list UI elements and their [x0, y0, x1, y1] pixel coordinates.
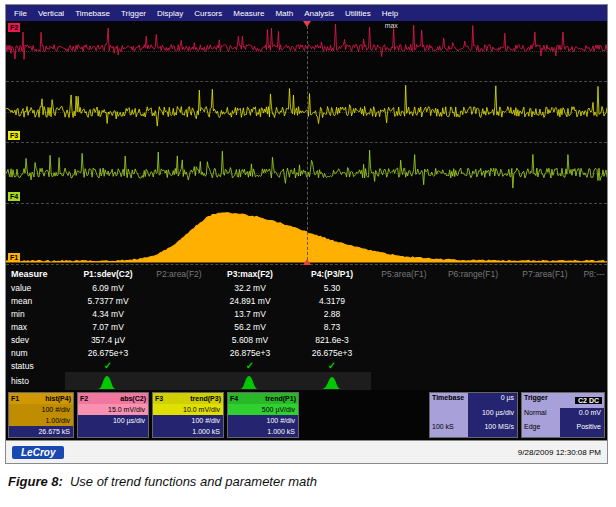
descriptor-f4-line3: 1.000 kS — [228, 426, 298, 437]
descriptor-spacer — [302, 392, 426, 438]
row-label: max — [11, 322, 65, 332]
menu-analysis[interactable]: Analysis — [304, 9, 334, 18]
trigger-time-marker-icon[interactable] — [303, 21, 311, 27]
descriptor-f1[interactable]: F1 hist(P4) 100 #/div 1.00/div 26.675 kS — [8, 392, 74, 438]
p1-sdev: 357.4 µV — [65, 335, 151, 345]
p3-min: 13.7 mV — [207, 309, 293, 319]
menu-cursors[interactable]: Cursors — [194, 9, 222, 18]
descriptor-f3-line2: 100 #/div — [153, 415, 223, 426]
measure-row-sdev: sdev 357.4 µV 5.608 mV 821.6e-3 — [11, 333, 607, 346]
descriptor-f3[interactable]: F3 trend(P3) 10.0 mV/div 100 #/div 1.000… — [152, 392, 224, 438]
p3-sdev: 5.608 mV — [207, 335, 293, 345]
measure-row-max: max 7.07 mV 56.2 mV 8.73 — [11, 320, 607, 333]
descriptor-f2[interactable]: F2 abs(C2) 15.0 mV/div 100 µs/div — [77, 392, 149, 438]
descriptor-f2-id: F2 — [80, 394, 88, 403]
histogram-bump-icon — [310, 375, 354, 390]
trace-label-f2[interactable]: F2 — [8, 23, 20, 32]
p4-histicon — [293, 372, 371, 390]
oscilloscope-window: File Vertical Timebase Trigger Display C… — [5, 4, 608, 464]
timebase-per-div: 100 µs/div — [468, 408, 517, 423]
p1-histicon — [65, 372, 151, 390]
descriptor-f4[interactable]: F4 trend(P1) 500 µV/div 100 #/div 1.000 … — [227, 392, 299, 438]
timebase-samples: 100 kS — [430, 422, 468, 437]
measure-row-min: min 4.34 mV 13.7 mV 2.88 — [11, 307, 607, 320]
trigger-box[interactable]: Trigger C2 DC Normal 0.0 mV Edge Positiv… — [521, 392, 605, 438]
menu-timebase[interactable]: Timebase — [75, 9, 110, 18]
timebase-label: Timebase — [430, 393, 468, 408]
trigger-type: Edge — [522, 422, 560, 437]
descriptor-f2-line2: 100 µs/div — [78, 415, 148, 426]
menu-trigger[interactable]: Trigger — [121, 9, 146, 18]
menu-display[interactable]: Display — [157, 9, 183, 18]
descriptor-f1-line1: 100 #/div — [9, 404, 73, 415]
timebase-box[interactable]: Timebase 0 µs 100 µs/div 100 kS 100 MS/s — [429, 392, 518, 438]
param-header-p7[interactable]: P7:area(F1) — [509, 269, 581, 279]
menu-utilities[interactable]: Utilities — [345, 9, 371, 18]
measure-table: Measure P1:sdev(C2) P2:area(F2) P3:max(F… — [6, 265, 607, 390]
measure-row-histo: histo — [11, 372, 607, 390]
param-header-p4[interactable]: P4:(P3/P1) — [293, 269, 371, 279]
menu-math[interactable]: Math — [275, 9, 293, 18]
menu-file[interactable]: File — [14, 9, 27, 18]
status-bar: LeCroy 9/28/2009 12:30:08 PM — [6, 440, 607, 463]
param-header-p5[interactable]: P5:area(F1) — [371, 269, 437, 279]
lecroy-logo: LeCroy — [12, 446, 64, 459]
trigger-time-marker-bottom-icon[interactable] — [303, 259, 311, 265]
param-header-p3[interactable]: P3:max(F2) — [207, 269, 293, 279]
timebase-blank — [430, 408, 468, 423]
measure-row-num: num 26.675e+3 26.875e+3 26.675e+3 — [11, 346, 607, 359]
trace-label-f4[interactable]: F4 — [8, 192, 20, 201]
timestamp: 9/28/2009 12:30:08 PM — [518, 448, 601, 457]
descriptor-f3-title: trend(P3) — [190, 394, 221, 403]
descriptor-f3-line1: 10.0 mV/div — [153, 404, 223, 415]
trigger-level: 0.0 mV — [560, 408, 604, 423]
descriptor-f4-line1: 500 µV/div — [228, 404, 298, 415]
row-label: histo — [11, 376, 65, 386]
descriptor-f4-line2: 100 #/div — [228, 415, 298, 426]
trace-label-f1[interactable]: F1 — [8, 253, 20, 262]
p3-value: 32.2 mV — [207, 283, 293, 293]
p4-sdev: 821.6e-3 — [293, 335, 371, 345]
p4-num: 26.675e+3 — [293, 348, 371, 358]
row-label: status — [11, 361, 65, 371]
waveform-area: F2 max F3 F4 F1 — [6, 21, 607, 265]
descriptor-f1-title: hist(P4) — [45, 394, 71, 403]
trace-label-f3[interactable]: F3 — [8, 131, 20, 140]
figure-caption: Figure 8:Use of trend functions and para… — [8, 474, 317, 489]
measure-row-value: value 6.09 mV 32.2 mV 5.30 — [11, 281, 607, 294]
descriptor-f2-line1: 15.0 mV/div — [78, 404, 148, 415]
measure-header-row: Measure P1:sdev(C2) P2:area(F2) P3:max(F… — [11, 267, 607, 281]
descriptor-f1-line3: 26.675 kS — [9, 426, 73, 437]
param-header-p2[interactable]: P2:area(F2) — [151, 269, 207, 279]
trigger-mode: Normal — [522, 408, 560, 423]
param-header-p8[interactable]: P8:--- — [581, 269, 607, 279]
p3-max: 56.2 mV — [207, 322, 293, 332]
menu-measure[interactable]: Measure — [233, 9, 264, 18]
menu-vertical[interactable]: Vertical — [38, 9, 64, 18]
p1-value: 6.09 mV — [65, 283, 151, 293]
descriptor-f3-id: F3 — [155, 394, 163, 403]
timebase-delay: 0 µs — [468, 393, 517, 408]
p1-max: 7.07 mV — [65, 322, 151, 332]
row-label: value — [11, 283, 65, 293]
descriptor-f2-title: abs(C2) — [120, 394, 146, 403]
menu-help[interactable]: Help — [382, 9, 398, 18]
p3-mean: 24.891 mV — [207, 296, 293, 306]
descriptor-f4-id: F4 — [230, 394, 238, 403]
menu-bar: File Vertical Timebase Trigger Display C… — [6, 5, 607, 21]
descriptor-row: F1 hist(P4) 100 #/div 1.00/div 26.675 kS… — [6, 390, 607, 440]
row-label: min — [11, 309, 65, 319]
param-header-p1[interactable]: P1:sdev(C2) — [65, 269, 151, 279]
p1-status-ok-icon: ✓ — [65, 360, 151, 371]
row-label: sdev — [11, 335, 65, 345]
measure-title: Measure — [11, 269, 65, 279]
param-header-p6[interactable]: P6:range(F1) — [437, 269, 509, 279]
trigger-label: Trigger — [522, 393, 560, 408]
descriptor-f4-title: trend(P1) — [265, 394, 296, 403]
trigger-source-badge: C2 DC — [575, 397, 602, 404]
timebase-rate: 100 MS/s — [468, 422, 517, 437]
p4-max: 8.73 — [293, 322, 371, 332]
p4-value: 5.30 — [293, 283, 371, 293]
p1-mean: 5.7377 mV — [65, 296, 151, 306]
descriptor-f2-line3 — [78, 426, 148, 437]
